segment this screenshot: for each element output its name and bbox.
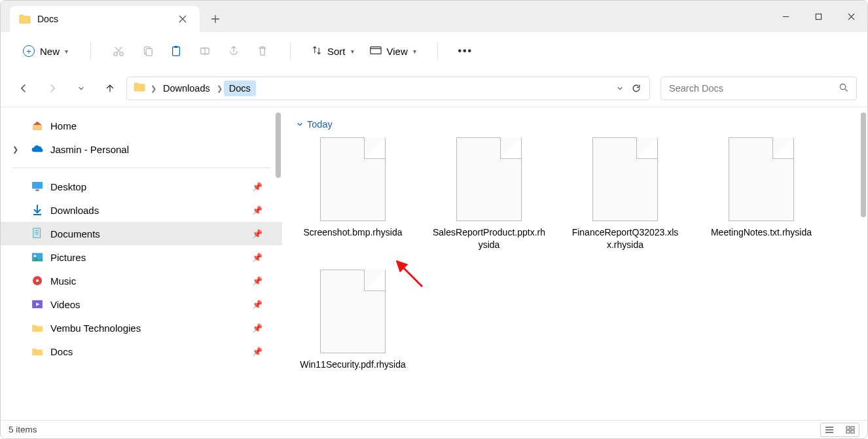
pin-icon: 📌 [252, 182, 262, 192]
sidebar-docs[interactable]: Docs 📌 [1, 340, 282, 363]
pin-icon: 📌 [252, 347, 262, 357]
sidebar-item-label: Downloads [50, 205, 99, 216]
search-placeholder: Search Docs [669, 83, 723, 94]
sidebar-item-label: Music [50, 275, 76, 287]
downloads-icon [31, 203, 44, 217]
chevron-down-icon: ▾ [65, 48, 68, 55]
sidebar-onedrive[interactable]: ❯ Jasmin - Personal [1, 137, 282, 161]
address-bar[interactable]: ❯ Downloads ❯ Docs [126, 77, 650, 100]
separator [90, 43, 91, 60]
view-button[interactable]: View ▾ [363, 43, 423, 60]
sort-button[interactable]: Sort ▾ [305, 42, 361, 61]
addr-dropdown-button[interactable] [617, 83, 623, 94]
close-button[interactable] [835, 1, 867, 32]
refresh-button[interactable] [631, 83, 642, 94]
view-label: View [387, 46, 408, 57]
chevron-right-icon: ❯ [215, 84, 224, 93]
file-item[interactable]: SalesReportProduct.pptx.rhysida [433, 137, 545, 251]
file-item[interactable]: FinanceReportQ32023.xlsx.rhysida [569, 137, 681, 251]
cut-button [105, 38, 132, 64]
chevron-right-icon: ❯ [149, 84, 158, 93]
sidebar-pictures[interactable]: Pictures 📌 [1, 245, 282, 269]
files-grid: Screenshot.bmp.rhysida SalesReportProduc… [297, 137, 853, 371]
new-button[interactable]: + New ▾ [15, 42, 76, 60]
chevron-down-icon: ▾ [351, 48, 354, 55]
view-toggles [820, 423, 859, 437]
details-view-button[interactable] [821, 423, 838, 436]
group-today[interactable]: Today [297, 116, 853, 137]
breadcrumb-downloads[interactable]: Downloads [158, 80, 215, 96]
delete-button [249, 38, 276, 64]
folder-icon [19, 14, 31, 24]
svg-rect-20 [846, 430, 850, 433]
pictures-icon [31, 251, 44, 264]
svg-rect-18 [846, 427, 850, 429]
back-button[interactable] [11, 76, 36, 101]
more-button[interactable]: ••• [452, 38, 479, 64]
file-item[interactable]: Screenshot.bmp.rhysida [297, 137, 409, 251]
tab-close-button[interactable] [177, 14, 188, 24]
documents-icon [31, 227, 44, 240]
window-controls [769, 1, 867, 32]
view-icon [370, 46, 382, 57]
sidebar-item-label: Home [50, 120, 77, 132]
search-input[interactable]: Search Docs [660, 77, 857, 100]
file-item[interactable]: Win11Security.pdf.rhysida [297, 270, 409, 371]
share-button [221, 38, 247, 64]
item-count: 5 items [9, 425, 37, 434]
divider [12, 167, 270, 168]
chevron-right-icon[interactable]: ❯ [12, 145, 18, 154]
address-row: ❯ Downloads ❯ Docs Search Docs [1, 70, 867, 107]
tab-docs[interactable]: Docs [10, 6, 200, 32]
sidebar-videos[interactable]: Videos 📌 [1, 292, 282, 316]
tab-title: Docs [37, 14, 58, 24]
minimize-button[interactable] [769, 1, 802, 32]
maximize-button[interactable] [802, 1, 835, 32]
toolbar: + New ▾ Sort ▾ View ▾ ••• [1, 32, 867, 70]
file-name: Screenshot.bmp.rhysida [304, 226, 403, 239]
sidebar-item-label: Videos [50, 299, 81, 310]
sidebar-downloads[interactable]: Downloads 📌 [1, 198, 282, 222]
sidebar-music[interactable]: Music 📌 [1, 269, 282, 292]
sidebar-documents[interactable]: Documents 📌 [1, 222, 282, 245]
svg-rect-11 [35, 189, 39, 191]
group-label: Today [307, 119, 333, 130]
svg-rect-10 [32, 182, 43, 189]
sidebar-item-label: Jasmin - Personal [50, 144, 129, 155]
breadcrumb-docs[interactable]: Docs [224, 80, 256, 96]
sidebar-desktop[interactable]: Desktop 📌 [1, 175, 282, 198]
file-item[interactable]: MeetingNotes.txt.rhysida [705, 137, 818, 251]
search-icon [839, 83, 848, 94]
copy-button [134, 38, 160, 64]
sidebar: Home ❯ Jasmin - Personal Desktop 📌 Downl… [1, 107, 282, 420]
sidebar-item-label: Desktop [50, 181, 86, 192]
pin-icon: 📌 [252, 253, 262, 262]
svg-rect-19 [851, 427, 854, 429]
paste-button[interactable] [163, 38, 189, 64]
explorer-window: Docs + New ▾ Sort ▾ [0, 0, 868, 439]
sidebar-vembu[interactable]: Vembu Technologies 📌 [1, 316, 282, 340]
content-pane[interactable]: Today Screenshot.bmp.rhysida SalesReport… [282, 107, 867, 420]
file-icon [320, 137, 386, 221]
file-icon [320, 270, 386, 353]
pin-icon: 📌 [252, 323, 262, 333]
svg-point-9 [840, 84, 845, 89]
sidebar-home[interactable]: Home [1, 114, 282, 137]
folder-icon [31, 321, 44, 334]
svg-rect-12 [33, 228, 41, 237]
music-icon [31, 274, 44, 287]
svg-rect-4 [146, 48, 152, 56]
separator [437, 43, 438, 60]
content-scrollbar[interactable] [861, 113, 866, 217]
forward-button [40, 76, 65, 101]
rename-button [192, 38, 218, 64]
recent-button[interactable] [69, 76, 94, 101]
pin-icon: 📌 [252, 205, 262, 215]
up-button[interactable] [98, 76, 122, 101]
sidebar-item-label: Documents [50, 228, 100, 239]
svg-rect-6 [174, 46, 177, 48]
sidebar-item-label: Vembu Technologies [50, 323, 141, 334]
cloud-icon [31, 143, 44, 156]
icons-view-button[interactable] [842, 423, 859, 436]
new-tab-button[interactable] [200, 6, 231, 32]
